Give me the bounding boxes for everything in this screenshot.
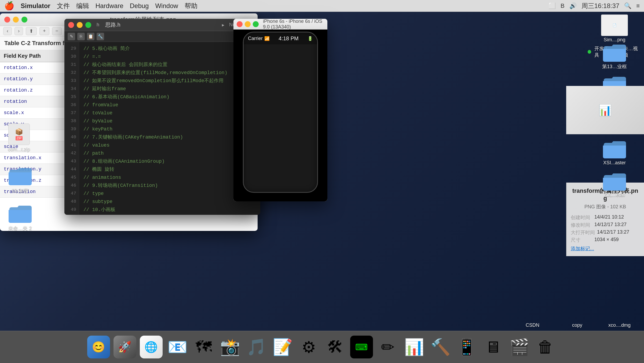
key-cell: rotation.y [0, 74, 70, 85]
meta-value: 1034 × 459 [594, 237, 619, 243]
dock-finder[interactable]: 😊 [86, 335, 111, 359]
code-tab-label[interactable]: 思路.h [102, 21, 124, 29]
line-number: 44 [71, 165, 76, 173]
dock-terminal[interactable]: ⌨ [349, 335, 374, 359]
dock-music[interactable]: 🎵 [244, 335, 268, 359]
code-line: // subtype [83, 198, 256, 206]
menu-hardware[interactable]: Hardware [96, 2, 123, 10]
dock-launchpad[interactable]: 🚀 [113, 335, 137, 359]
zip-label: com...t.zip [8, 147, 30, 152]
line-number: 42 [71, 149, 76, 157]
zoom-in-button[interactable]: + [39, 27, 49, 35]
finder-sim-png[interactable]: 📄 Sim....png [588, 14, 641, 43]
code-line: // 不希望回到原来的位置(fillMode,removedOnCompleti… [83, 69, 256, 77]
zjl-label: ZJL...etail [604, 192, 625, 198]
code-line: // 10.小画板 [83, 206, 256, 214]
menu-list-icon[interactable]: ≡ [636, 2, 640, 9]
maximize-button[interactable] [21, 17, 27, 23]
menu-debug[interactable]: Debug [130, 2, 149, 10]
line-number: 49 [71, 206, 76, 214]
line-number: 33 [71, 77, 76, 85]
line-number: 40 [71, 133, 76, 141]
code-line: // 核心动画结束后 会回到原来的位置 [83, 61, 256, 69]
folder-xsi[interactable]: XSI...aster [588, 140, 641, 166]
forward-button[interactable]: › [14, 27, 23, 35]
folder-xsi-icon [602, 140, 627, 159]
xsi-label: XSI...aster [603, 160, 626, 166]
paste-icon[interactable]: 📋 [87, 33, 94, 40]
folder-13-ye[interactable]: 第13…业框 [588, 43, 641, 70]
key-cell: rotation [0, 96, 70, 107]
dock-simulator[interactable]: 📱 [455, 335, 479, 359]
dock-safari[interactable]: 🌐 [139, 335, 163, 359]
code-line: // toValue [83, 109, 256, 117]
code-line: // 1.界面 [83, 214, 256, 215]
line-number: 36 [71, 101, 76, 109]
zoom-out-button[interactable]: − [52, 27, 62, 35]
preview-image: 📊 [566, 86, 644, 134]
menu-file[interactable]: 文件 [57, 2, 70, 10]
meta-value: 14/12/17 13:27 [597, 229, 629, 236]
dock-maps[interactable]: 🗺 [192, 335, 216, 359]
line-number: 50 [71, 214, 76, 215]
line-number: 48 [71, 198, 76, 206]
dock-keynote[interactable]: 📊 [402, 335, 426, 359]
dock-trash[interactable]: 🗑 [533, 335, 558, 359]
edit-icon[interactable]: ✎ [68, 33, 75, 40]
line-number: 41 [71, 141, 76, 149]
code-close-button[interactable] [68, 22, 74, 28]
code-traffic-lights [68, 22, 91, 28]
code-maximize-button[interactable] [85, 22, 91, 28]
code-nav-icon: ▸ [222, 22, 224, 28]
line-number: 47 [71, 190, 76, 198]
meta-value: 14/12/17 13:27 [594, 222, 627, 228]
folder-zjl-icon [602, 172, 627, 191]
desktop-folder-unnamed[interactable]: 未命…夹 2 [8, 204, 32, 231]
dock-photos[interactable]: 📸 [218, 335, 242, 359]
code-line: // values [83, 141, 256, 149]
desktop-folder-encrypt[interactable]: 03-加密 [8, 166, 32, 194]
meta-label: 创建时间 [571, 214, 592, 221]
sim-min[interactable] [245, 21, 251, 27]
simulator-window: iPhone 6s - iPhone 6s / iOS 9.0 (13A340)… [233, 19, 327, 201]
back-button[interactable]: ‹ [3, 27, 12, 35]
folder-zjl[interactable]: ZJL...etail [588, 172, 641, 198]
key-cell: rotation.z [0, 85, 70, 96]
code-minimize-button[interactable] [77, 22, 83, 28]
dock-mail[interactable]: 📧 [165, 335, 189, 359]
menu-edit[interactable]: 编辑 [76, 2, 89, 10]
line-numbers: 2930313233343536373839404142434445464748… [64, 42, 79, 215]
share-button[interactable]: ⬆ [26, 27, 37, 35]
code-content[interactable]: // 5.核心动画 简介// =.=// 核心动画结束后 会回到原来的位置// … [79, 42, 260, 215]
desktop-zip[interactable]: 📦 ZIP com...t.zip [8, 124, 30, 152]
info-link[interactable]: 添加标记... [571, 245, 640, 252]
xcode-dmg-label: xco....dmg [608, 322, 631, 328]
encrypt-folder-icon [8, 166, 32, 186]
menu-simulator[interactable]: Simulator [21, 2, 50, 10]
sim-png-label: Sim....png [603, 37, 625, 43]
dock-xcode[interactable]: 🔨 [428, 335, 452, 359]
info-meta-row: 创建时间 14/4/21 10:12 [571, 214, 640, 221]
dock-video[interactable]: 🎬 [507, 335, 531, 359]
sim-close[interactable] [237, 21, 243, 27]
line-number: 38 [71, 117, 76, 125]
sim-max[interactable] [253, 21, 259, 27]
dock-settings[interactable]: ⚙ [297, 335, 321, 359]
csdn-label: CSDN [526, 322, 539, 328]
dock-tools[interactable]: 🛠 [323, 335, 347, 359]
tools-icon[interactable]: 🔧 [97, 33, 104, 40]
search-icon[interactable]: 🔍 [624, 2, 631, 9]
dock-notes[interactable]: 📝 [270, 335, 295, 359]
line-number: 34 [71, 85, 76, 93]
close-button[interactable] [4, 17, 10, 23]
menu-window[interactable]: Window [155, 2, 178, 10]
menu-help[interactable]: 帮助 [185, 2, 197, 10]
code-line: // 5.核心动画 简介 [83, 45, 256, 53]
apple-menu[interactable]: 🍎 [4, 1, 14, 10]
minimize-button[interactable] [13, 17, 19, 23]
meta-label: 修改时间 [571, 222, 592, 228]
dock-sketch[interactable]: ✏ [376, 335, 400, 359]
sim-titlebar: iPhone 6s - iPhone 6s / iOS 9.0 (13A340) [233, 19, 327, 30]
dock-screen[interactable]: 🖥 [481, 335, 505, 359]
copy-icon[interactable]: ⎘ [77, 33, 85, 40]
